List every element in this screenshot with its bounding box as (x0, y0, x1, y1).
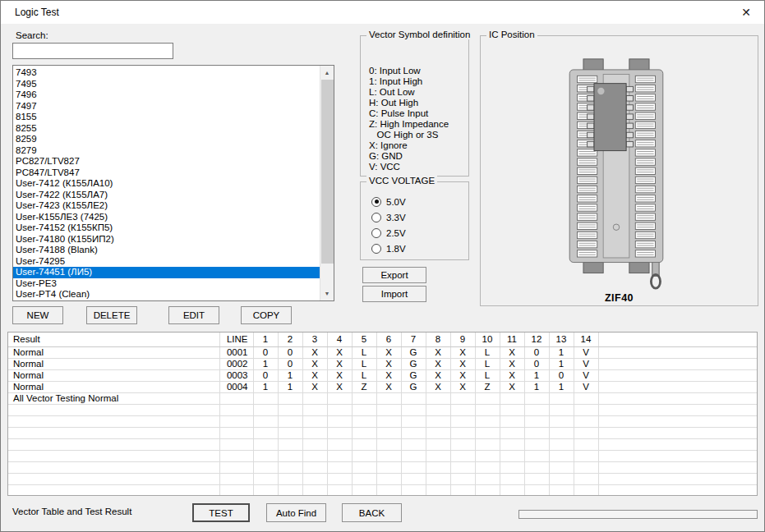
vector-cell (302, 427, 327, 438)
chip-list-item[interactable]: User-7422 (К155ЛА7) (13, 190, 320, 201)
column-header: 11 (500, 332, 524, 346)
vcc-option-33V[interactable]: 3.3V (361, 209, 468, 225)
vector-cell (352, 461, 376, 473)
chip-list-scrollbar[interactable]: ▲ ▼ (320, 66, 334, 300)
chip-list-item[interactable]: User-7412 (К155ЛА10) (13, 178, 320, 190)
vector-cell: X (500, 381, 524, 392)
vector-cell (376, 450, 401, 461)
vector-cell (450, 450, 475, 461)
column-header: 3 (302, 332, 327, 346)
scrollbar-thumb[interactable] (321, 80, 334, 264)
chip-list-item[interactable]: 7495 (13, 79, 320, 90)
vector-cell (524, 484, 549, 496)
vector-cell (475, 461, 500, 473)
chip-list-item[interactable]: User-74295 (13, 256, 320, 268)
vector-cell (401, 450, 426, 461)
vcc-option-label: 3.3V (386, 213, 406, 222)
vector-cell (352, 415, 376, 427)
vector-cell (475, 473, 500, 484)
chip-list-item[interactable]: User-PE3 (13, 278, 320, 290)
scrollbar-up-icon[interactable]: ▲ (320, 66, 334, 80)
column-header: 12 (524, 332, 549, 346)
table-row-empty (8, 415, 757, 427)
vector-cell (352, 427, 376, 438)
test-button[interactable]: TEST (192, 503, 250, 522)
vector-cell (549, 427, 574, 438)
table-row[interactable]: Normal000411XXZXGXXZX11V (8, 381, 757, 392)
scrollbar-down-icon[interactable]: ▼ (320, 287, 334, 300)
vector-cell (574, 404, 598, 415)
chip-list-item[interactable]: User-74180 (К155ИП2) (13, 234, 320, 245)
progress-bar (518, 510, 758, 519)
vector-cell: X (450, 358, 475, 369)
chip-list-item[interactable]: User-К155ЛЕ3 (7425) (13, 212, 320, 223)
delete-button[interactable]: DELETE (86, 306, 137, 324)
vector-cell (327, 484, 352, 496)
chip-list-item[interactable]: User-7423 (К155ЛЕ2) (13, 200, 320, 212)
chip-list-item[interactable]: PC847/LTV847 (13, 167, 320, 179)
chip-list-item[interactable]: 8255 (13, 123, 320, 135)
vector-cell (253, 438, 278, 450)
line-cell (219, 415, 253, 427)
table-row[interactable]: Normal000100XXLXGXXLX01V (8, 346, 757, 358)
new-button[interactable]: NEW (12, 306, 63, 324)
vector-symbol-group-title: Vector Symbol definition (366, 30, 472, 39)
chip-list-item[interactable]: User-74451 (ЛИ5) (13, 267, 320, 278)
vcc-option-18V[interactable]: 1.8V (361, 241, 468, 256)
chip-list-item[interactable]: 8279 (13, 145, 320, 157)
import-button[interactable]: Import (362, 286, 426, 302)
search-input[interactable] (12, 43, 173, 59)
vector-cell (450, 484, 475, 496)
vcc-voltage-group: VCC VOLTAGE 5.0V3.3V2.5V1.8V (360, 181, 469, 260)
chip-list-item[interactable]: User-PT4 (Clean) (13, 289, 320, 300)
vector-cell (524, 438, 549, 450)
table-row[interactable]: Normal000210XXLXGXXLX01V (8, 358, 757, 369)
vector-cell (376, 473, 401, 484)
column-header: Result (8, 332, 219, 346)
copy-button[interactable]: COPY (241, 306, 292, 324)
vcc-option-25V[interactable]: 2.5V (361, 225, 468, 241)
chip-list-item[interactable]: PC827/LTV827 (13, 156, 320, 167)
result-cell (8, 404, 219, 415)
vector-cell (253, 484, 278, 496)
edit-button[interactable]: EDIT (168, 306, 219, 324)
vector-cell: X (302, 381, 327, 392)
column-header: 1 (253, 332, 278, 346)
filler-cell (598, 381, 757, 392)
export-button[interactable]: Export (362, 267, 426, 283)
chip-list-item[interactable]: 7497 (13, 101, 320, 112)
vcc-options: 5.0V3.3V2.5V1.8V (361, 194, 468, 256)
vector-cell: X (376, 346, 401, 358)
chip-list-item[interactable]: 7493 (13, 67, 320, 79)
close-icon: ✕ (741, 6, 751, 19)
vector-cell (401, 461, 426, 473)
vector-cell (376, 484, 401, 496)
vector-cell (426, 484, 450, 496)
chip-list-item[interactable]: User-74152 (К155КП5) (13, 222, 320, 234)
table-row-empty (8, 484, 757, 496)
vector-cell (524, 473, 549, 484)
vector-cell: X (327, 381, 352, 392)
table-row[interactable]: All Vector Testing Normal (8, 392, 757, 404)
close-button[interactable]: ✕ (728, 1, 764, 24)
vector-cell (278, 473, 302, 484)
dialog-content: Search: 74937495749674978155825582598279… (1, 24, 764, 531)
chip-list-item[interactable]: 8155 (13, 112, 320, 123)
vector-symbol-line: G: GND (369, 151, 467, 162)
auto-find-button[interactable]: Auto Find (266, 503, 326, 522)
back-button[interactable]: BACK (342, 503, 402, 522)
chip-list-item[interactable]: 7496 (13, 89, 320, 101)
vcc-option-50V[interactable]: 5.0V (361, 194, 468, 209)
vector-cell (450, 392, 475, 404)
chip-list-item[interactable]: User-74188 (Blank) (13, 245, 320, 256)
table-row[interactable]: Normal000301XXLXGXXLX10V (8, 369, 757, 381)
chip-list-item[interactable]: 8259 (13, 134, 320, 145)
vector-cell: X (426, 381, 450, 392)
vector-cell: X (302, 369, 327, 381)
vector-cell (450, 473, 475, 484)
search-label: Search: (16, 30, 48, 40)
ic-position-group-title: IC Position (486, 30, 537, 39)
vector-cell: G (401, 358, 426, 369)
vector-cell (475, 415, 500, 427)
vector-cell (302, 473, 327, 484)
